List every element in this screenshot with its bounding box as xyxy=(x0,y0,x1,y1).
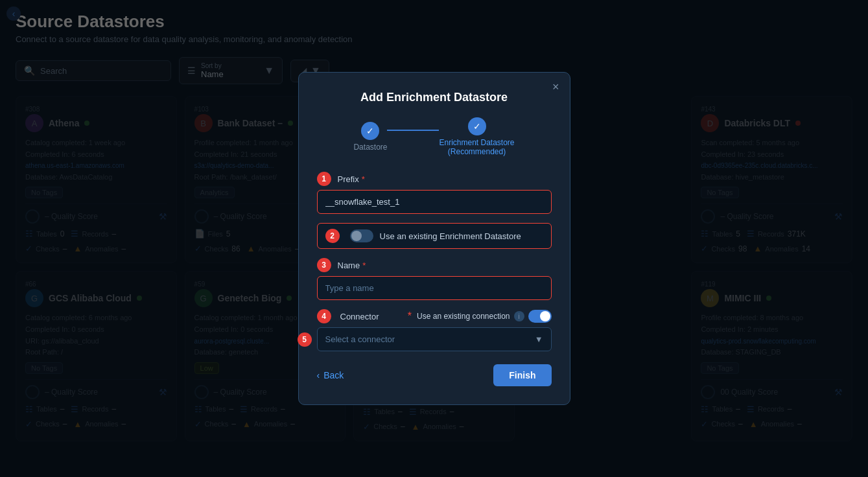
modal-overlay: × Add Enrichment Datastore ✓ Datastore ✓… xyxy=(0,0,868,477)
info-icon[interactable]: i xyxy=(514,311,524,321)
back-button[interactable]: ‹ Back xyxy=(317,370,344,380)
use-existing-group: 2 Use an existing Enrichment Datastore xyxy=(317,223,552,249)
step-num-5: 5 xyxy=(298,332,312,347)
back-label: Back xyxy=(323,370,344,380)
step-1-label: Datastore xyxy=(353,143,387,152)
connector-label: Connector xyxy=(340,312,403,321)
step-2-circle: ✓ xyxy=(468,117,486,135)
step-2-label: Enrichment Datastore(Recommended) xyxy=(439,138,514,156)
use-existing-connection-row: Use an existing connection i xyxy=(417,310,551,323)
step-1-circle: ✓ xyxy=(361,122,379,140)
use-existing-label: Use an existing Enrichment Datastore xyxy=(380,231,521,241)
connector-group: 4 Connector * Use an existing connection… xyxy=(317,309,552,351)
use-existing-connection-toggle[interactable] xyxy=(528,310,552,323)
prefix-label: 1 Prefix * xyxy=(317,172,552,186)
use-existing-toggle[interactable] xyxy=(350,229,373,242)
use-existing-toggle-row: 2 Use an existing Enrichment Datastore xyxy=(317,223,552,249)
name-label: 3 Name * xyxy=(317,258,552,272)
add-enrichment-modal: × Add Enrichment Datastore ✓ Datastore ✓… xyxy=(298,72,570,405)
connector-select-placeholder: Select a connector xyxy=(325,334,395,344)
prefix-group: 1 Prefix * xyxy=(317,172,552,214)
step-num-2: 2 xyxy=(325,229,340,243)
prefix-input[interactable] xyxy=(317,190,552,214)
step-1: ✓ Datastore xyxy=(353,122,387,152)
step-num-4: 4 xyxy=(317,309,331,323)
step-num-1: 1 xyxy=(317,172,331,186)
step-connector xyxy=(387,130,439,131)
name-group: 3 Name * xyxy=(317,258,552,300)
steps-indicator: ✓ Datastore ✓ Enrichment Datastore(Recom… xyxy=(317,117,552,156)
connector-select[interactable]: Select a connector ▼ xyxy=(317,327,552,351)
chevron-left-icon: ‹ xyxy=(317,370,320,380)
connector-row: 4 Connector * Use an existing connection… xyxy=(317,309,552,323)
use-existing-connection-label: Use an existing connection xyxy=(417,312,510,321)
modal-close-button[interactable]: × xyxy=(552,80,559,94)
modal-title: Add Enrichment Datastore xyxy=(317,91,552,104)
step-num-3: 3 xyxy=(317,258,331,272)
modal-footer: ‹ Back Finish xyxy=(317,364,552,386)
select-connector-wrapper: 5 Select a connector ▼ xyxy=(317,327,552,351)
step-2: ✓ Enrichment Datastore(Recommended) xyxy=(439,117,514,156)
finish-button[interactable]: Finish xyxy=(493,364,551,386)
name-input[interactable] xyxy=(317,276,552,300)
chevron-down-icon: ▼ xyxy=(535,334,543,344)
